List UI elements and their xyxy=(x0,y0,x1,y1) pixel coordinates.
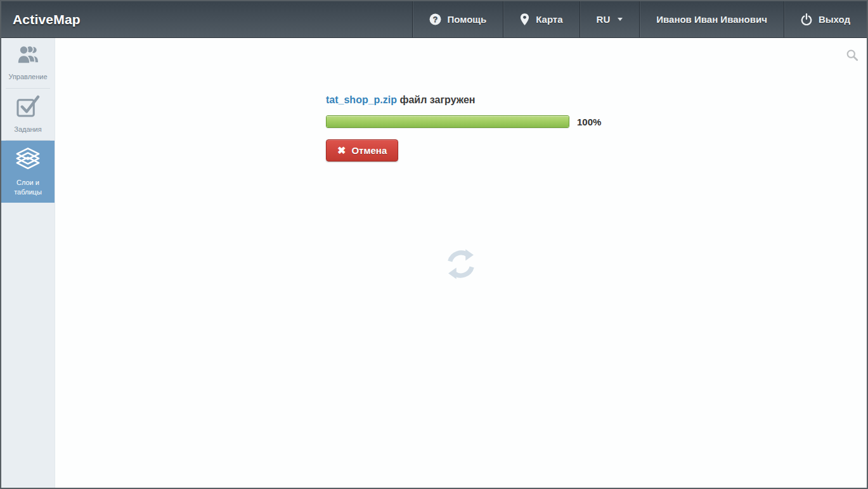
language-label: RU xyxy=(597,14,611,25)
logout-label: Выход xyxy=(819,14,850,25)
cancel-label: Отмена xyxy=(351,145,387,156)
upload-status-text: файл загружен xyxy=(399,94,475,105)
sidebar-label-tasks: Задания xyxy=(14,125,41,134)
help-button[interactable]: ? Помощь xyxy=(412,1,503,37)
help-icon: ? xyxy=(429,13,441,25)
cancel-x-icon: ✖ xyxy=(337,146,346,156)
user-name-label: Иванов Иван Иванович xyxy=(656,14,767,25)
upload-progress-bar xyxy=(326,115,569,128)
refresh-spinner-icon xyxy=(443,246,479,285)
top-navbar: ActiveMap ? Помощь Карта xyxy=(1,1,867,38)
users-icon xyxy=(15,44,41,67)
upload-progress-percent: 100% xyxy=(577,117,601,127)
power-icon xyxy=(801,13,812,25)
search-icon[interactable] xyxy=(846,49,858,64)
cancel-upload-button[interactable]: ✖ Отмена xyxy=(326,139,398,162)
sidebar-item-management[interactable]: Управление xyxy=(1,38,55,88)
svg-text:?: ? xyxy=(432,15,437,24)
map-label: Карта xyxy=(536,14,562,25)
sidebar-item-tasks[interactable]: Задания xyxy=(1,89,55,141)
user-menu[interactable]: Иванов Иван Иванович xyxy=(639,1,784,37)
sidebar-label-management: Управление xyxy=(8,72,47,81)
uploaded-file-link[interactable]: tat_shop_p.zip xyxy=(326,94,397,105)
upload-title: tat_shop_p.zip файл загружен xyxy=(326,94,618,106)
app-logo: ActiveMap xyxy=(1,1,81,37)
caret-down-icon xyxy=(618,18,623,21)
sidebar-label-layers-tables: Слои и таблицы xyxy=(3,178,53,196)
layers-icon xyxy=(15,147,41,172)
logout-button[interactable]: Выход xyxy=(784,1,867,37)
upload-progress-row: 100% xyxy=(326,115,618,128)
sidebar-item-layers-tables[interactable]: Слои и таблицы xyxy=(1,141,55,203)
content-area: tat_shop_p.zip файл загружен 100% ✖ Отме… xyxy=(55,38,867,488)
top-menu: ? Помощь Карта RU Иванов Ива xyxy=(412,1,867,37)
upload-progress-fill xyxy=(327,116,569,127)
map-button[interactable]: Карта xyxy=(503,1,579,37)
help-label: Помощь xyxy=(448,14,487,25)
language-dropdown[interactable]: RU xyxy=(580,1,640,37)
sidebar: Управление Задания xyxy=(1,38,55,488)
upload-panel: tat_shop_p.zip файл загружен 100% ✖ Отме… xyxy=(326,94,618,162)
app-window: ActiveMap ? Помощь Карта xyxy=(0,0,868,489)
map-pin-icon xyxy=(520,13,529,26)
checkbox-icon xyxy=(16,95,40,119)
